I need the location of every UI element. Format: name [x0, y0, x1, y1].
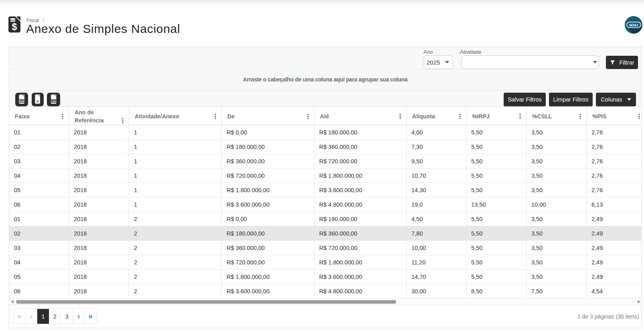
svg-text:x: x — [36, 99, 39, 103]
svg-text:PDF: PDF — [18, 100, 25, 103]
svg-text:WIKI: WIKI — [629, 23, 638, 27]
svg-text:$: $ — [12, 22, 17, 32]
svg-text:CSV: CSV — [51, 100, 57, 103]
